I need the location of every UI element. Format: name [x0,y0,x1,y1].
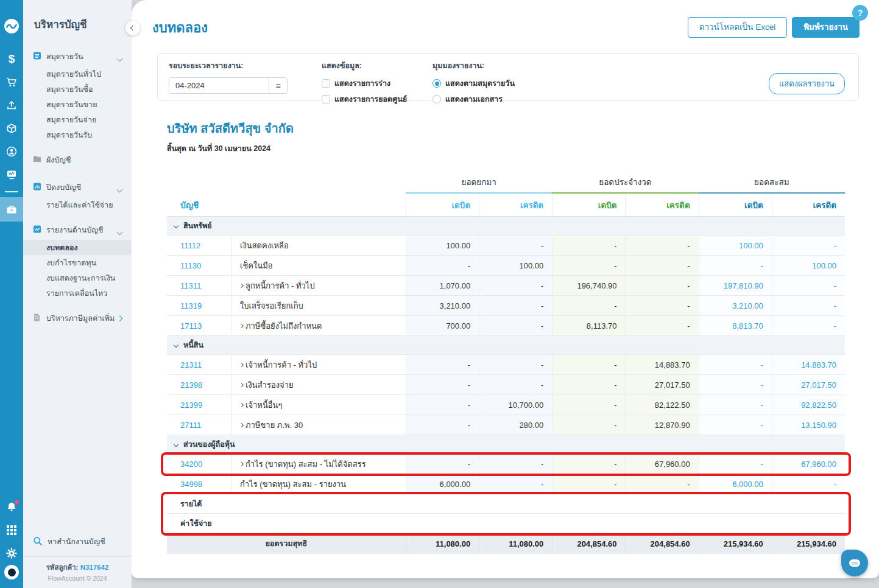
print-report-button[interactable]: พิมพ์รายงาน [792,17,860,38]
account-name: เงินสดคงเหลือ [231,236,406,255]
radio-icon-selected[interactable] [432,79,441,88]
expand-chevron-icon[interactable] [239,402,244,407]
total-amount-cell: 11,080.00 [406,533,479,554]
radio-label: แสดงตามเอกสาร [445,93,503,105]
profile-avatar[interactable] [4,565,19,579]
section-name: หนี้สิน [183,339,203,351]
sidebar-item-account-movement[interactable]: รายการเคลื่อนไหว [23,285,132,301]
sidebar-group-chart-of-accounts[interactable]: ผังบัญชี [23,150,132,170]
column-header-account: บัญชี [167,198,406,212]
section-header[interactable]: ส่วนของผู้ถือหุ้น [167,435,845,454]
money-icon[interactable]: $ [0,47,23,71]
contacts-icon[interactable] [0,140,23,163]
apps-icon[interactable] [0,519,23,542]
amount-cell: 67,960.00 [625,454,698,474]
help-button[interactable]: ? [852,5,868,21]
sidebar-item-sales-journal[interactable]: สมุดรายวันขาย [23,97,132,112]
radio-view-by-journal[interactable]: แสดงตามสมุดรายวัน [432,77,515,89]
account-code-link[interactable]: 34200 [167,454,231,474]
sidebar-collapse-button[interactable] [125,21,140,35]
chat-support-button[interactable] [841,550,868,576]
sidebar-group-vat[interactable]: บริหารภาษีมูลค่าเพิ่ม [23,309,132,328]
sidebar-item-receipt-journal[interactable]: สมุดรายวันรับ [23,127,132,142]
profile-avatar-logo [8,569,16,576]
sidebar-item-balance-sheet[interactable]: งบแสดงฐานะการเงิน [23,270,132,285]
chevron-right-icon [117,315,123,321]
settings-icon[interactable] [0,542,23,565]
section-header[interactable]: สินทรัพย์ [167,217,845,236]
checkbox-show-zero-balance[interactable]: แสดงรายการยอดศูนย์ [322,93,407,105]
cart-icon[interactable] [0,71,23,94]
dashboard-icon[interactable] [0,163,23,186]
sidebar-item-trial-balance[interactable]: งบทดลอง [23,240,132,255]
sidebar-group-closing[interactable]: ปิดงบบัญชี [23,178,132,197]
highlight-box: รายได้ค่าใช้จ่าย [167,494,845,533]
amount-cell: 8,813.70 [699,316,772,335]
expand-chevron-icon[interactable] [239,422,244,427]
account-row: 34998กำไร (ขาดทุน) สะสม - รายงาน6,000.00… [167,474,845,494]
checkbox-icon[interactable] [322,95,330,103]
chevron-down-icon[interactable] [174,343,178,348]
amount-cell: - [479,355,552,374]
account-code-link[interactable]: 11319 [167,296,231,315]
sidebar: บริหารบัญชี สมุดรายวัน สมุดรายวันทั่วไป … [23,0,132,588]
sidebar-item-purchase-journal[interactable]: สมุดรายวันซื้อ [23,82,132,97]
expand-chevron-icon[interactable] [239,461,244,466]
expand-chevron-icon[interactable] [239,362,244,366]
checkbox-show-draft[interactable]: แสดงรายการร่าง [322,77,407,89]
account-code-link[interactable]: 11311 [167,276,231,295]
account-code-link[interactable]: 21311 [167,355,231,374]
amount-cell: 13,150.90 [772,415,845,435]
account-code-link[interactable]: 11130 [167,256,231,275]
total-amount-cell: 204,854.60 [552,533,625,554]
find-accounting-firm-label: หาสำนักงานบัญชี [48,536,105,548]
briefcase-icon[interactable] [0,197,23,222]
account-code-link[interactable]: 21399 [167,395,231,415]
show-report-button[interactable]: แสดงผลรายงาน [769,73,845,94]
account-row: 17113ภาษีซื้อยังไม่ถึงกำหนด700.00-8,113.… [167,316,845,336]
account-name: เงินสำรองจ่าย [231,375,406,394]
amount-cell: - [406,415,479,435]
account-code-link[interactable]: 27111 [167,415,231,435]
amount-cell: 3,210.00 [699,296,772,315]
account-code-link[interactable]: 11112 [167,236,231,255]
sidebar-item-income-expense[interactable]: รายได้และค่าใช้จ่าย [23,197,132,212]
expand-chevron-icon[interactable] [239,382,244,387]
account-code-link[interactable]: 17113 [167,316,231,335]
sidebar-group-accounting-reports[interactable]: รายงานด้านบัญชี [23,220,132,240]
group-header-accumulated: ยอดสะสม [699,172,845,194]
period-input[interactable]: 04-2024 ≡ [169,77,288,94]
view-options-label: มุมมองรายงาน: [432,60,515,72]
sidebar-item-general-journal[interactable]: สมุดรายวันทั่วไป [23,66,132,82]
account-code-link[interactable]: 34998 [167,474,231,494]
amount-cell: 100.00 [772,256,845,275]
upload-icon[interactable] [0,94,23,117]
section-header[interactable]: หนี้สิน [167,336,845,355]
chevron-down-icon[interactable] [174,223,178,228]
flowaccount-logo-icon[interactable] [0,15,23,38]
radio-view-by-document[interactable]: แสดงตามเอกสาร [432,93,515,105]
line-chart-icon [33,225,41,236]
checkbox-label: แสดงรายการยอดศูนย์ [334,93,407,105]
account-row: 11319ใบเสร็จรอเรียกเก็บ3,210.00---3,210.… [167,296,845,316]
package-icon[interactable] [0,117,23,140]
sidebar-footer: รหัสลูกค้า: N317642 FlowAccount © 2024 [23,556,132,588]
sidebar-item-profit-loss[interactable]: งบกำไรขาดทุน [23,255,132,270]
expand-chevron-icon[interactable] [239,283,244,287]
notifications-icon[interactable] [0,495,23,519]
section-header: รายได้ [167,494,845,514]
period-list-button[interactable]: ≡ [269,78,287,93]
sidebar-group-label: รายงานด้านบัญชี [46,224,103,236]
checkbox-icon[interactable] [322,79,330,88]
find-accounting-firm-link[interactable]: หาสำนักงานบัญชี [23,530,132,554]
account-row: 21311เจ้าหนี้การค้า - ทั่วไป---14,883.70… [167,355,845,375]
radio-icon[interactable] [432,95,441,103]
amount-cell: - [699,355,772,374]
customer-code-value[interactable]: N317642 [80,564,109,571]
expand-chevron-icon[interactable] [239,323,244,327]
account-code-link[interactable]: 21398 [167,375,231,394]
download-excel-button[interactable]: ดาวน์โหลดเป็น Excel [688,17,788,38]
sidebar-group-journal[interactable]: สมุดรายวัน [23,47,132,66]
sidebar-item-payment-journal[interactable]: สมุดรายวันจ่าย [23,112,132,127]
chevron-down-icon[interactable] [174,442,178,447]
